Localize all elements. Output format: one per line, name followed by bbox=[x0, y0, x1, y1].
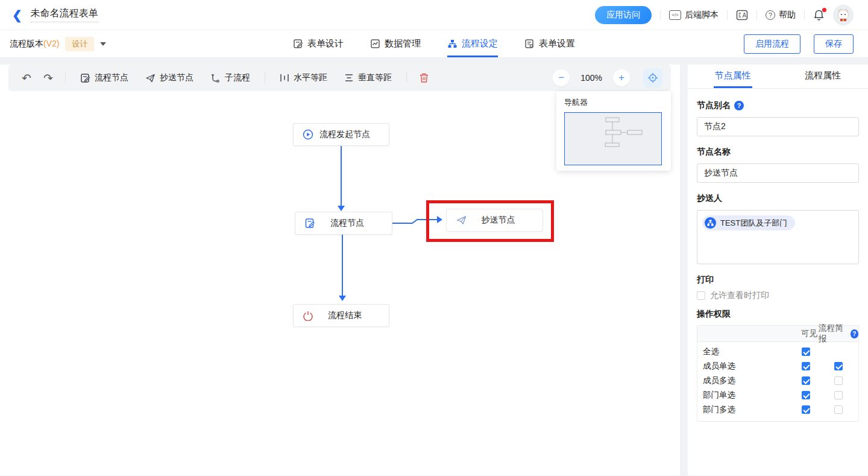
question-icon: ? bbox=[766, 10, 775, 20]
allow-print-option[interactable]: 允许查看时打印 bbox=[697, 290, 859, 301]
version-number: (V2) bbox=[43, 39, 59, 48]
flow-canvas: ↶ ↷ 流程节点 抄送节点 bbox=[0, 65, 680, 475]
locate-button[interactable] bbox=[643, 68, 662, 87]
node-cc[interactable]: 抄送节点 bbox=[446, 209, 543, 232]
node-flow-start[interactable]: 流程发起节点 bbox=[293, 123, 389, 146]
notification-bell-icon[interactable] bbox=[813, 9, 825, 21]
tab-flow-properties[interactable]: 流程属性 bbox=[778, 65, 868, 88]
power-icon bbox=[303, 310, 313, 321]
zoom-level: 100% bbox=[580, 73, 602, 83]
divider bbox=[65, 72, 66, 83]
tab-data-management[interactable]: 数据管理 bbox=[370, 30, 421, 57]
briefing-checkbox[interactable] bbox=[834, 391, 843, 399]
node-name-input[interactable] bbox=[697, 163, 859, 183]
navigator-title: 导航器 bbox=[564, 97, 663, 108]
back-icon[interactable]: ❮ bbox=[12, 9, 22, 21]
backend-script-button[interactable]: </> 后端脚本 bbox=[669, 10, 719, 21]
divider bbox=[660, 10, 661, 20]
permissions-label: 操作权限 bbox=[697, 309, 731, 320]
tab-node-properties[interactable]: 节点属性 bbox=[688, 65, 778, 88]
visible-checkbox[interactable] bbox=[802, 405, 810, 414]
node-flow-end[interactable]: 流程结束 bbox=[293, 304, 389, 327]
avatar[interactable] bbox=[833, 5, 854, 25]
svg-text:A: A bbox=[743, 11, 747, 18]
help-icon[interactable]: ? bbox=[851, 329, 858, 338]
redo-button[interactable]: ↷ bbox=[40, 69, 57, 86]
properties-panel: 节点属性 流程属性 节点别名 ? 节点名称 抄送人 bbox=[688, 65, 868, 475]
paper-plane-icon bbox=[145, 73, 156, 83]
briefing-checkbox[interactable] bbox=[834, 405, 843, 414]
visible-checkbox[interactable] bbox=[802, 376, 810, 385]
briefing-checkbox[interactable] bbox=[834, 362, 843, 370]
permission-row: 全选 bbox=[697, 344, 858, 359]
node-name-label: 节点名称 bbox=[697, 147, 731, 157]
sub-header: 流程版本(V2) 设计 表单设计 数据管理 bbox=[0, 30, 868, 58]
enable-flow-button[interactable]: 启用流程 bbox=[744, 34, 800, 54]
code-icon: </> bbox=[669, 10, 681, 20]
horizontal-spacing-button[interactable]: 水平等距 bbox=[274, 69, 333, 87]
visible-checkbox[interactable] bbox=[802, 347, 810, 356]
trash-icon bbox=[419, 72, 429, 83]
visible-checkbox[interactable] bbox=[802, 391, 810, 399]
org-icon bbox=[705, 217, 716, 229]
tab-form-design[interactable]: 表单设计 bbox=[293, 30, 344, 57]
top-header: ❮ 未命名流程表单 应用访问 </> 后端脚本 A ? 帮助 bbox=[0, 0, 868, 30]
help-button[interactable]: ? 帮助 bbox=[766, 10, 796, 21]
data-chart-icon bbox=[370, 39, 380, 49]
permission-row: 成员单选 bbox=[697, 359, 858, 373]
zoom-in-button[interactable]: + bbox=[613, 69, 630, 86]
divider bbox=[804, 10, 805, 20]
edit-doc-icon bbox=[304, 218, 315, 229]
play-circle-icon bbox=[303, 129, 313, 140]
print-label: 打印 bbox=[697, 274, 714, 285]
recipient-tag[interactable]: TEST团队及子部门 bbox=[702, 215, 795, 230]
page-title[interactable]: 未命名流程表单 bbox=[31, 7, 98, 22]
canvas-toolbar: ↶ ↷ 流程节点 抄送节点 bbox=[8, 65, 671, 91]
vertical-spacing-icon bbox=[344, 73, 354, 83]
node-alias-label: 节点别名 bbox=[697, 100, 731, 111]
briefing-checkbox[interactable] bbox=[834, 376, 843, 385]
navigator-panel: 导航器 bbox=[556, 91, 671, 171]
flow-node-icon bbox=[80, 73, 90, 83]
permission-row: 部门多选 bbox=[697, 402, 858, 417]
properties-tabs: 节点属性 流程属性 bbox=[688, 65, 868, 89]
cc-recipients-label: 抄送人 bbox=[697, 193, 722, 204]
divider bbox=[727, 10, 728, 20]
divider bbox=[406, 72, 407, 83]
help-icon[interactable]: ? bbox=[734, 101, 744, 110]
permission-row: 部门单选 bbox=[697, 388, 858, 402]
col-briefing-header: 流程简报 bbox=[819, 323, 848, 344]
allow-print-checkbox[interactable] bbox=[697, 291, 705, 300]
design-badge: 设计 bbox=[65, 37, 94, 51]
add-cc-node-button[interactable]: 抄送节点 bbox=[139, 69, 200, 87]
main-tabs: 表单设计 数据管理 流程设定 表单设置 bbox=[293, 30, 575, 57]
translate-icon: A bbox=[736, 10, 748, 21]
navigator-minimap[interactable] bbox=[564, 112, 662, 165]
notification-dot bbox=[822, 8, 826, 12]
tab-flow-settings[interactable]: 流程设定 bbox=[447, 30, 498, 57]
subflow-icon bbox=[210, 73, 221, 83]
node-alias-input[interactable] bbox=[697, 117, 859, 136]
tab-form-settings[interactable]: 表单设置 bbox=[524, 30, 575, 57]
add-flow-node-button[interactable]: 流程节点 bbox=[74, 69, 134, 87]
node-flow-step[interactable]: 流程节点 bbox=[295, 212, 392, 235]
paper-plane-icon bbox=[456, 215, 467, 226]
add-subflow-button[interactable]: 子流程 bbox=[204, 69, 256, 87]
form-design-icon bbox=[293, 39, 303, 49]
divider bbox=[756, 10, 757, 20]
chevron-down-icon[interactable] bbox=[100, 42, 106, 46]
divider bbox=[265, 72, 265, 83]
app-access-button[interactable]: 应用访问 bbox=[595, 6, 652, 24]
visible-checkbox[interactable] bbox=[802, 362, 810, 370]
version-label: 流程版本(V2) bbox=[10, 39, 59, 49]
save-button[interactable]: 保存 bbox=[814, 34, 854, 54]
language-button[interactable]: A bbox=[736, 10, 748, 21]
vertical-spacing-button[interactable]: 垂直等距 bbox=[338, 69, 398, 87]
zoom-out-button[interactable]: − bbox=[553, 69, 570, 86]
col-visible-header: 可见 bbox=[793, 328, 819, 339]
permissions-table: 可见 流程简报 ? 全选 成员单选 bbox=[697, 325, 859, 422]
undo-button[interactable]: ↶ bbox=[18, 69, 35, 86]
cc-recipients-field[interactable]: TEST团队及子部门 bbox=[697, 210, 859, 264]
crosshair-icon bbox=[647, 72, 658, 83]
delete-node-button[interactable] bbox=[415, 69, 432, 86]
